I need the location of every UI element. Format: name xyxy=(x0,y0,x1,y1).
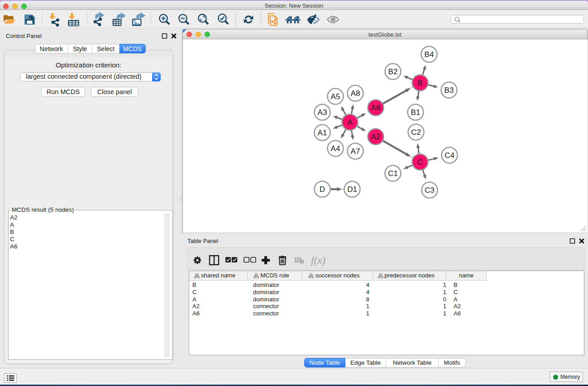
svg-text:B: B xyxy=(417,79,422,87)
svg-text:A7: A7 xyxy=(351,147,360,156)
svg-text:A3: A3 xyxy=(318,108,327,117)
svg-text:C1: C1 xyxy=(388,169,398,178)
svg-text:B2: B2 xyxy=(388,67,398,76)
svg-text:A8: A8 xyxy=(351,89,360,98)
svg-text:B4: B4 xyxy=(425,50,434,59)
svg-text:A6: A6 xyxy=(371,104,381,112)
svg-text:B3: B3 xyxy=(445,86,454,95)
svg-text:D: D xyxy=(320,185,325,194)
svg-text:C: C xyxy=(417,158,423,167)
svg-text:C2: C2 xyxy=(411,128,421,137)
svg-text:f(x): f(x) xyxy=(311,255,325,266)
svg-text:A1: A1 xyxy=(318,129,327,137)
svg-text:C3: C3 xyxy=(425,186,435,195)
svg-text:C4: C4 xyxy=(445,151,454,160)
svg-text:A4: A4 xyxy=(331,144,340,153)
svg-text:D1: D1 xyxy=(347,185,357,194)
svg-text:B1: B1 xyxy=(411,108,421,117)
svg-text:A2: A2 xyxy=(371,133,381,141)
svg-text:A5: A5 xyxy=(331,92,340,101)
svg-text:A: A xyxy=(347,118,353,127)
